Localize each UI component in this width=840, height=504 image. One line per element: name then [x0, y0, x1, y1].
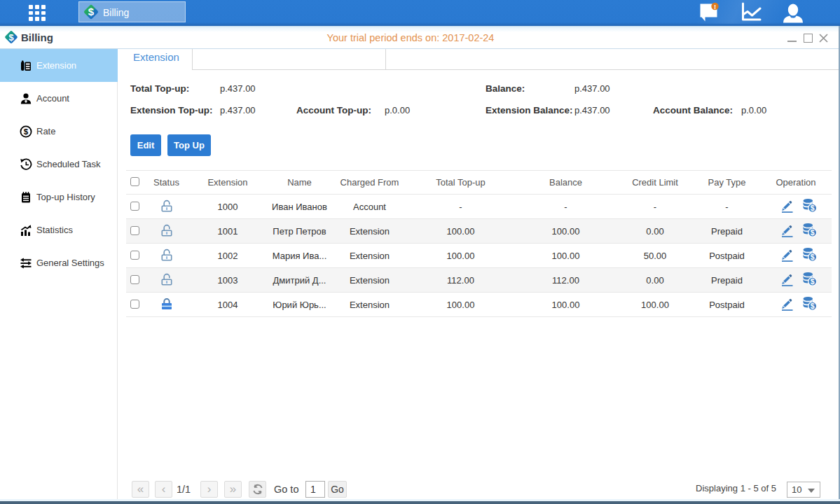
- svg-text:$: $: [88, 6, 95, 18]
- svg-text:$: $: [810, 253, 814, 261]
- svg-text:!: !: [714, 3, 716, 10]
- svg-text:$: $: [810, 204, 814, 212]
- svg-text:$: $: [810, 277, 814, 286]
- svg-text:$: $: [810, 228, 814, 237]
- svg-text:$: $: [8, 32, 13, 43]
- svg-text:$: $: [24, 127, 29, 136]
- svg-text:$: $: [810, 302, 814, 310]
